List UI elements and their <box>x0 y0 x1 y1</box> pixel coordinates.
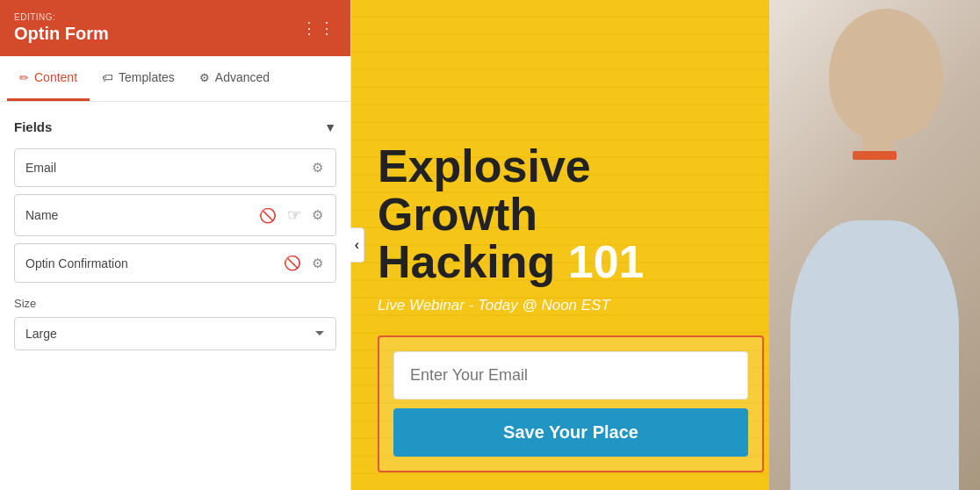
tab-advanced[interactable]: ⚙ Advanced <box>187 56 282 101</box>
headline-line2: Growth <box>378 189 537 240</box>
tab-advanced-label: Advanced <box>215 70 270 84</box>
optin-form-wrapper: Save Your Place <box>351 335 980 472</box>
optin-form-box: Save Your Place <box>378 335 764 472</box>
fields-section-header: Fields ▼ <box>14 119 336 134</box>
eye-off-icon-optin[interactable]: 🚫 <box>282 253 303 273</box>
field-email-settings-icon[interactable]: ⚙ <box>310 158 325 177</box>
template-icon: 🏷 <box>102 71 113 84</box>
panel-content: Fields ▼ Email ⚙ Name 🚫 ☞ ⚙ Optin Confir… <box>0 102 350 490</box>
left-panel: EDITING: Optin Form ⋮⋮ ✏ Content 🏷 Templ… <box>0 0 351 490</box>
editing-label: EDITING: <box>14 12 109 22</box>
size-section: Size Small Medium Large Extra Large <box>14 297 336 350</box>
header-title-group: EDITING: Optin Form <box>14 12 109 44</box>
preview-content: Explosive Growth Hacking 101 Live Webina… <box>351 125 980 335</box>
field-item-email[interactable]: Email ⚙ <box>14 148 336 187</box>
pencil-icon: ✏ <box>19 71 29 84</box>
field-name-label: Name <box>25 208 257 222</box>
eye-off-icon[interactable]: 🚫 <box>257 205 278 226</box>
hand-cursor-icon[interactable]: ☞ <box>285 204 303 227</box>
tab-content[interactable]: ✏ Content <box>7 56 90 101</box>
panel-title: Optin Form <box>14 24 109 44</box>
field-optin-label: Optin Confirmation <box>25 256 282 270</box>
tabs-bar: ✏ Content 🏷 Templates ⚙ Advanced <box>0 56 350 102</box>
headline-line3-text: Hacking <box>378 236 555 287</box>
main-headline: Explosive Growth Hacking 101 <box>378 142 954 286</box>
fields-section-title: Fields <box>14 119 52 134</box>
size-select[interactable]: Small Medium Large Extra Large <box>14 317 336 350</box>
tab-templates[interactable]: 🏷 Templates <box>90 56 187 101</box>
headline-line3-num: 101 <box>568 236 645 287</box>
size-label: Size <box>14 297 336 310</box>
field-item-optin[interactable]: Optin Confirmation 🚫 ⚙ <box>14 243 336 283</box>
field-optin-settings-icon[interactable]: ⚙ <box>310 254 325 273</box>
panel-header: EDITING: Optin Form ⋮⋮ <box>0 0 350 56</box>
field-email-label: Email <box>25 161 310 175</box>
field-optin-actions: 🚫 ⚙ <box>282 253 325 273</box>
tab-templates-label: Templates <box>119 70 175 84</box>
cta-button[interactable]: Save Your Place <box>393 408 748 457</box>
tab-content-label: Content <box>34 70 77 84</box>
field-item-name[interactable]: Name 🚫 ☞ ⚙ <box>14 194 336 236</box>
person-head <box>829 9 943 141</box>
chevron-down-icon[interactable]: ▼ <box>324 120 336 134</box>
headline-line1: Explosive <box>378 141 591 191</box>
field-name-settings-icon[interactable]: ⚙ <box>310 205 325 225</box>
dots-grid-icon[interactable]: ⋮⋮ <box>301 18 336 38</box>
field-email-actions: ⚙ <box>310 158 325 177</box>
panel-collapse-arrow[interactable]: ‹ <box>350 227 364 263</box>
right-panel: Explosive Growth Hacking 101 Live Webina… <box>351 0 980 490</box>
subheadline: Live Webinar - Today @ Noon EST <box>378 297 954 314</box>
email-input[interactable] <box>393 351 748 400</box>
sliders-icon: ⚙ <box>199 71 210 84</box>
field-name-actions: 🚫 ☞ ⚙ <box>257 204 325 227</box>
